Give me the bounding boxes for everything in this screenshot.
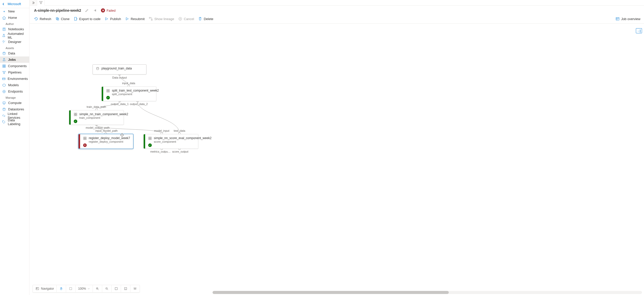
svg-point-3 <box>3 52 5 53</box>
autolayout-button[interactable] <box>130 285 140 292</box>
svg-text:metrics_outpu…: metrics_outpu… <box>150 150 171 153</box>
scroll-thumb[interactable] <box>213 291 449 294</box>
link-icon <box>2 114 6 118</box>
lineage-label: Show lineage <box>154 17 174 21</box>
nav-compute[interactable]: Compute <box>0 100 29 106</box>
nav-label: Automated ML <box>8 32 27 39</box>
svg-line-72 <box>98 289 99 290</box>
svg-text:train_data_path: train_data_path <box>87 105 106 108</box>
nav-home[interactable]: Home <box>0 14 29 21</box>
zoom-label: 100% <box>78 287 86 290</box>
node-split[interactable]: split_train_test_component_week2 split_c… <box>101 86 156 101</box>
refresh-button[interactable]: Refresh <box>34 17 51 21</box>
nav-components[interactable]: Components <box>0 63 29 69</box>
status-bar-green <box>102 87 103 101</box>
navigator-label: Navigator <box>41 287 54 290</box>
resubmit-label: Resubmit <box>131 17 145 21</box>
lineage-icon <box>149 17 153 21</box>
svg-rect-60 <box>84 137 85 138</box>
node-subtitle: split_component <box>112 93 159 96</box>
svg-rect-6 <box>3 66 4 67</box>
tab-pipeline[interactable] <box>37 0 45 6</box>
node-title: split_train_test_component_week2 <box>112 89 159 92</box>
svg-rect-55 <box>108 91 109 92</box>
pan-button[interactable] <box>57 285 66 292</box>
select-button[interactable] <box>66 285 76 292</box>
component-icon <box>148 137 152 140</box>
zoom-in-button[interactable] <box>93 285 102 292</box>
components-icon <box>2 64 6 68</box>
edit-name-button[interactable] <box>85 8 89 13</box>
node-train[interactable]: simple_nn_train_component_week2 train_co… <box>69 110 124 125</box>
node-playground-train-data[interactable]: playground_train_data <box>93 64 146 75</box>
h-scrollbar[interactable] <box>213 291 642 294</box>
svg-rect-54 <box>107 91 108 92</box>
nav-endpoints[interactable]: Endpoints <box>0 88 29 95</box>
job-overview-button[interactable]: Job overview <box>616 17 640 21</box>
node-title: simple_nn_score_eval_component_week2 <box>154 136 212 140</box>
delete-button[interactable]: Delete <box>198 17 213 21</box>
nav-datastores[interactable]: Datastores <box>0 106 29 112</box>
plus-icon: ＋ <box>2 9 6 13</box>
map-icon <box>35 287 39 291</box>
fit-button[interactable] <box>112 285 121 292</box>
resubmit-button[interactable]: Resubmit <box>125 17 145 21</box>
canvas[interactable]: Data output input_data output_data_1 out… <box>29 24 644 295</box>
svg-text:input_data: input_data <box>122 82 135 85</box>
node-score[interactable]: simple_nn_score_eval_component_week2 sco… <box>143 134 198 149</box>
brand-label: Microsoft <box>8 2 21 6</box>
toolbar: Refresh Clone Export to code Publish Res… <box>29 15 644 24</box>
tab-expand[interactable] <box>29 0 37 5</box>
nav-data[interactable]: Data <box>0 50 29 56</box>
overview-icon <box>616 17 620 21</box>
zoom-out-button[interactable] <box>102 285 112 292</box>
navigator-toggle[interactable]: Navigator <box>33 285 57 292</box>
svg-rect-64 <box>149 137 150 138</box>
nav-environments[interactable]: Environments <box>0 76 29 82</box>
status-failed: ✕ Failed <box>101 8 115 12</box>
microsoft-link[interactable]: Microsoft <box>0 0 29 8</box>
expand-panel-button[interactable] <box>636 28 642 33</box>
clone-button[interactable]: Clone <box>55 17 70 21</box>
status-ok-icon <box>106 96 110 99</box>
export-button[interactable]: Export to code <box>74 17 101 21</box>
node-subtitle: train_component <box>79 116 128 120</box>
svg-rect-23 <box>74 17 77 20</box>
export-icon <box>74 17 78 21</box>
publish-label: Publish <box>110 17 121 21</box>
svg-text:output_data_1: output_data_1 <box>111 102 129 106</box>
refresh-icon <box>34 17 38 21</box>
svg-rect-67 <box>150 139 151 140</box>
actual-icon: 1 <box>124 287 128 291</box>
nav-designer[interactable]: Designer <box>0 39 29 45</box>
node-register-deploy[interactable]: register_deploy_model_week7 register_dep… <box>78 134 133 149</box>
zoom-dropdown[interactable]: 100% <box>76 285 93 292</box>
clone-label: Clone <box>61 17 70 21</box>
nav-linked[interactable]: Linked Services <box>0 112 29 119</box>
svg-point-18 <box>39 1 40 2</box>
nav-models[interactable]: Models <box>0 82 29 88</box>
lineage-button: Show lineage <box>149 17 174 21</box>
nav-pipelines[interactable]: Pipelines <box>0 69 29 76</box>
svg-text:score_output: score_output <box>172 150 188 153</box>
svg-point-17 <box>3 108 5 109</box>
data-node-icon <box>96 67 99 70</box>
nav-notebooks[interactable]: Notebooks <box>0 26 29 32</box>
home-icon <box>2 16 6 20</box>
nav-jobs[interactable]: Jobs <box>0 56 29 63</box>
designer-icon <box>2 40 6 44</box>
section-assets: Assets <box>0 45 29 50</box>
svg-rect-4 <box>3 65 4 66</box>
share-icon <box>93 9 97 12</box>
node-subtitle: score_component <box>154 140 212 143</box>
status-bar-green <box>144 134 145 149</box>
component-icon <box>106 89 110 93</box>
nav-new[interactable]: ＋ New <box>0 8 29 14</box>
nav-label: Models <box>8 83 19 87</box>
joboverview-label: Job overview <box>621 17 640 21</box>
publish-button[interactable]: Publish <box>104 17 121 21</box>
share-button[interactable] <box>93 8 97 13</box>
nav-datalabeling[interactable]: Data Labeling <box>0 119 29 125</box>
nav-automl[interactable]: Automated ML <box>0 32 29 39</box>
actual-size-button[interactable]: 1 <box>121 285 130 292</box>
